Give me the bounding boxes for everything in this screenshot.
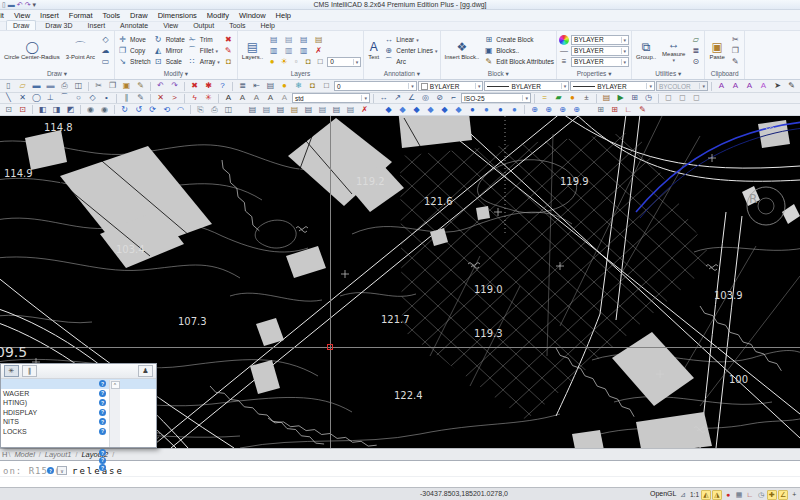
text-edit-icon[interactable]: A [250,93,263,104]
view-manager-icon[interactable]: ⎙ [208,104,221,115]
command-help-badge[interactable]: ? [47,467,54,474]
ribbon-tab-help[interactable]: Help [255,21,281,30]
menu-draw[interactable]: Draw [125,11,153,20]
erase-pen-icon[interactable]: ✎ [222,45,235,56]
viewport-1-icon[interactable]: ◻ [662,93,675,104]
layer-walk-icon[interactable]: ▥ [282,45,295,56]
paste-button[interactable]: ▣Paste [707,41,726,61]
text-align-icon[interactable]: A [278,93,291,104]
offset-icon[interactable]: ∥ [120,93,133,104]
pan-realtime-icon[interactable]: ⊡ [16,104,29,115]
ellipse-icon[interactable]: ○ [72,93,85,104]
layer-match-icon[interactable]: ▤ [312,34,325,45]
layer-merge-icon[interactable]: ▥ [297,45,310,56]
pause-icon[interactable]: ∥ [22,365,37,377]
pen-select-icon[interactable]: ✎ [785,81,798,92]
help-badge[interactable]: ? [99,390,106,397]
grid-display-icon[interactable]: ⊞ [594,104,607,115]
button-edit-block-attributes[interactable]: ✎Edit Block Attributes [483,56,554,67]
view-iso-se-icon[interactable]: ● [494,104,507,115]
circle-center-radius-button[interactable]: ◯Circle Center-Radius [2,41,62,61]
text-style-icon[interactable]: A [715,81,728,92]
swatch-icon[interactable]: □ [315,56,325,67]
view-cube-bottom-icon[interactable]: ◆ [396,104,409,115]
button-move[interactable]: ✛Move [117,34,151,45]
dim-angular-icon[interactable]: ∠ [405,93,418,104]
help-icon[interactable]: ? [216,81,229,92]
command-window[interactable]: on: R15 (? ? ∨ release [0,460,800,487]
esnap-icon[interactable]: ✚ [767,490,777,500]
button-mirror[interactable]: ◭Mirror [153,45,185,56]
layers-button[interactable]: ▤Layers.. [240,41,265,61]
extend-icon[interactable]: > [168,93,181,104]
command-options-dropdown[interactable]: ∨ [57,466,67,475]
circle-icon[interactable]: ◯ [30,93,43,104]
layer-off-x-icon[interactable]: ✗ [312,45,325,56]
view-cube-front-icon[interactable]: ◆ [438,104,451,115]
globe-2-icon[interactable]: ⊕ [542,104,555,115]
mtext-icon[interactable]: A [236,93,249,104]
ribbon-tab-view[interactable]: View [157,21,184,30]
layer-delete-x-icon[interactable]: ✗ [358,104,371,115]
button-center-lines[interactable]: ⊕Center Lines▾ [383,45,437,56]
palette-item[interactable]: HDISPLAY? [1,408,156,418]
group-button[interactable]: ⧉Group.. [634,41,658,61]
lineweight-ribbon-combo[interactable]: BYLAYER▾ [571,57,629,67]
record-icon[interactable]: ● [723,490,733,500]
layer-swatch-icon[interactable]: □ [320,81,333,92]
menu-edit[interactable]: Edit [0,11,9,20]
save-all-icon[interactable]: ▬ [44,81,57,92]
undo-icon[interactable]: ↶ [154,81,167,92]
edit-pen-icon[interactable]: ✎ [134,93,147,104]
text-scale-icon[interactable]: A [264,93,277,104]
palette-item[interactable]: LOCKS? [1,427,156,437]
dim-linear-icon[interactable]: ↔ [377,93,390,104]
palette-item[interactable]: NITS? [1,417,156,427]
three-point-arc-button[interactable]: ⌒3-Point Arc [64,41,97,61]
globe-4-icon[interactable]: ⊕ [570,104,583,115]
layer-current-icon[interactable]: ▤ [297,34,310,45]
orbit-constrained-icon[interactable]: ⟲ [160,104,173,115]
qat-new-icon[interactable]: ▯ [2,1,6,9]
button-blocks-[interactable]: ▣Blocks.. [483,45,554,56]
dim-update-icon[interactable]: = [538,93,551,104]
help-badge[interactable]: ? [99,399,106,406]
dim-text-edit-icon[interactable]: ● [566,93,579,104]
print-icon[interactable]: ⎙ [58,81,71,92]
button-arc[interactable]: ⌒Arc [383,56,437,67]
tab-layout2[interactable]: Layout2 [78,450,111,459]
explode-icon[interactable]: ✱ [202,81,215,92]
orbit-icon[interactable]: ↻ [118,104,131,115]
qat-save-icon[interactable]: ▬ [8,1,15,9]
button-linear[interactable]: ↔Linear▾ [383,34,437,45]
bulb-on-icon[interactable]: ● [267,56,277,67]
layer-state-1-icon[interactable]: ▤ [246,104,259,115]
dim-edit-icon[interactable]: ▰ [552,93,565,104]
qat-redo-icon[interactable]: ↷ [25,1,31,9]
pan-icon[interactable]: ⊡ [2,104,15,115]
camera-icon[interactable]: ◉ [84,104,97,115]
globe-3-icon[interactable]: ⊕ [556,104,569,115]
camera-adjust-icon[interactable]: ◉ [98,104,111,115]
scroll-up-button[interactable]: ^ [111,381,120,389]
color-wheel-ribbon-combo[interactable]: BYLAYER▾ [571,35,629,45]
layer-properties-icon[interactable]: ≣ [236,81,249,92]
viewport-3-icon[interactable]: ◻ [690,93,703,104]
play-icon[interactable]: ▶ [614,93,627,104]
linetype-combo[interactable]: BYLAYER▾ [484,81,569,91]
view-back-icon[interactable]: ◫ [222,104,235,115]
view-iso-ne-icon[interactable]: ● [466,104,479,115]
polar-icon[interactable]: ◷ [756,490,766,500]
ribbon-tab-draw-3d[interactable]: Draw 3D [39,21,78,30]
format-brush-icon[interactable]: ✎ [729,56,742,67]
style-manager-icon[interactable]: ▤ [600,93,613,104]
sheet-set-icon[interactable]: ⊞ [628,93,641,104]
area-icon[interactable]: ▱ [689,34,702,45]
menu-modify[interactable]: Modify [202,11,234,20]
layer-state-2-icon[interactable]: ▤ [260,104,273,115]
text-style-combo[interactable]: std▾ [292,93,370,103]
palette-scrollbar[interactable]: ^ [109,380,120,447]
help-badge-floating[interactable]: ? [99,457,106,464]
line-icon[interactable]: ╲ [2,93,15,104]
polyline-icon[interactable]: ◇ [86,93,99,104]
